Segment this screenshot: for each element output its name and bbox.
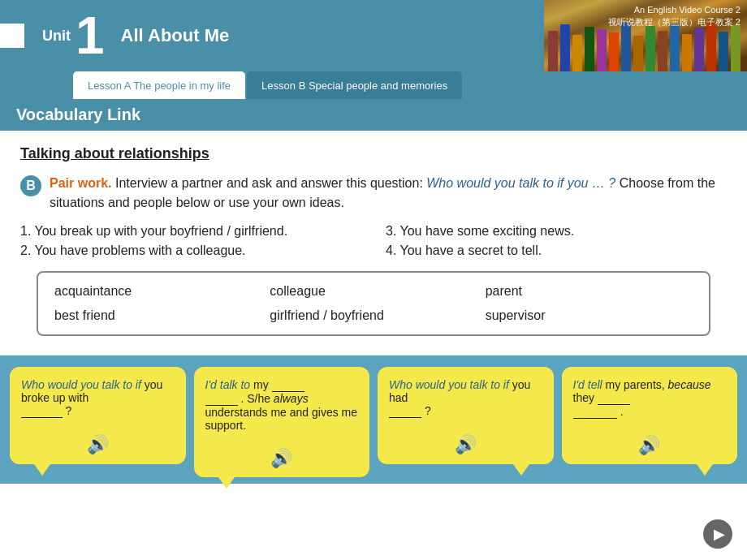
course-name: An English Video Course 2 (608, 5, 741, 15)
card-4-text1: my parents, (606, 378, 668, 391)
card-2: I'd talk to my . S/he always understands… (194, 367, 370, 477)
course-chinese: 视听说教程（第三版）电子教案 2 (608, 16, 741, 28)
card-1-italic: Who would you talk to if (21, 378, 141, 391)
word-supervisor: supervisor (486, 308, 693, 323)
situation-2: 2. You have problems with a colleague. (20, 243, 361, 258)
speaker-icon-2[interactable]: 🔊 (270, 448, 292, 469)
main-content: Talking about relationships B Pair work.… (0, 131, 747, 355)
card-4-blank1[interactable] (598, 391, 630, 405)
situation-1: 1. You break up with your boyfriend / gi… (20, 224, 361, 239)
section-title: Talking about relationships (20, 145, 727, 162)
b-pair-work-row: B Pair work. Interview a partner and ask… (20, 174, 727, 213)
word-girlfriend-boyfriend: girlfriend / boyfriend (270, 308, 477, 323)
card-2-italic1: I'd talk to (205, 378, 251, 391)
next-button[interactable]: ▶ (703, 519, 732, 549)
b-instruction: Pair work. Interview a partner and ask a… (50, 174, 727, 213)
tab-lesson-b[interactable]: Lesson B Special people and memories (247, 71, 462, 99)
card-3: Who would you talk to if you had ? 🔊 (378, 367, 554, 464)
unit-number: 1 (76, 10, 105, 62)
tab-lesson-a[interactable]: Lesson A The people in my life (73, 71, 245, 99)
card-1-blank[interactable] (21, 404, 63, 418)
card-2-blank2[interactable] (205, 392, 238, 406)
word-box: acquaintance colleague parent best frien… (37, 271, 710, 336)
next-arrow-icon: ▶ (714, 525, 725, 543)
pair-work-label: Pair work. (50, 176, 111, 190)
word-parent: parent (486, 284, 693, 299)
unit-label: Unit (42, 28, 71, 45)
situation-4: 4. You have a secret to tell. (386, 243, 727, 258)
card-1: Who would you talk to if you broke up wi… (10, 367, 186, 464)
card-3-italic: Who would you talk to if (389, 378, 509, 391)
word-colleague: colleague (270, 284, 477, 299)
card-3-blank[interactable] (389, 404, 421, 418)
lesson-title-block: All About Me (113, 25, 544, 46)
b-circle: B (20, 175, 41, 196)
unit-block: Unit 1 (31, 10, 113, 62)
lesson-title: All About Me (121, 25, 230, 45)
card-4-text2: they (573, 391, 598, 404)
situation-3: 3. You have some exciting news. (386, 224, 727, 239)
card-2-text1: my (253, 378, 272, 391)
card-2-italic2: always (274, 392, 309, 405)
card-4-italic2: because (668, 378, 711, 391)
card-4-italic1: I'd tell (573, 378, 602, 391)
tabs-row: Lesson A The people in my life Lesson B … (0, 71, 747, 99)
card-4-blank2[interactable] (573, 405, 617, 419)
cards-area: Who would you talk to if you broke up wi… (0, 355, 747, 484)
nav-square[interactable] (0, 24, 24, 48)
speaker-icon-1[interactable]: 🔊 (87, 434, 109, 455)
card-2-text2: understands me and gives me support. (205, 406, 358, 432)
vocab-bar: Vocabulary Link (0, 99, 747, 131)
word-acquaintance: acquaintance (54, 284, 261, 299)
situations-list: 1. You break up with your boyfriend / gi… (20, 224, 727, 258)
header: Unit 1 All About Me (0, 0, 747, 99)
books-image: An English Video Course 2 视听说教程（第三版）电子教案… (544, 0, 747, 71)
speaker-icon-4[interactable]: 🔊 (638, 435, 660, 456)
speaker-icon-3[interactable]: 🔊 (455, 434, 477, 455)
instruction-italic: Who would you talk to if you … ? (426, 176, 615, 190)
card-4: I'd tell my parents, because they . 🔊 (562, 367, 738, 464)
card-2-blank1[interactable] (272, 378, 304, 392)
word-best-friend: best friend (54, 308, 261, 323)
